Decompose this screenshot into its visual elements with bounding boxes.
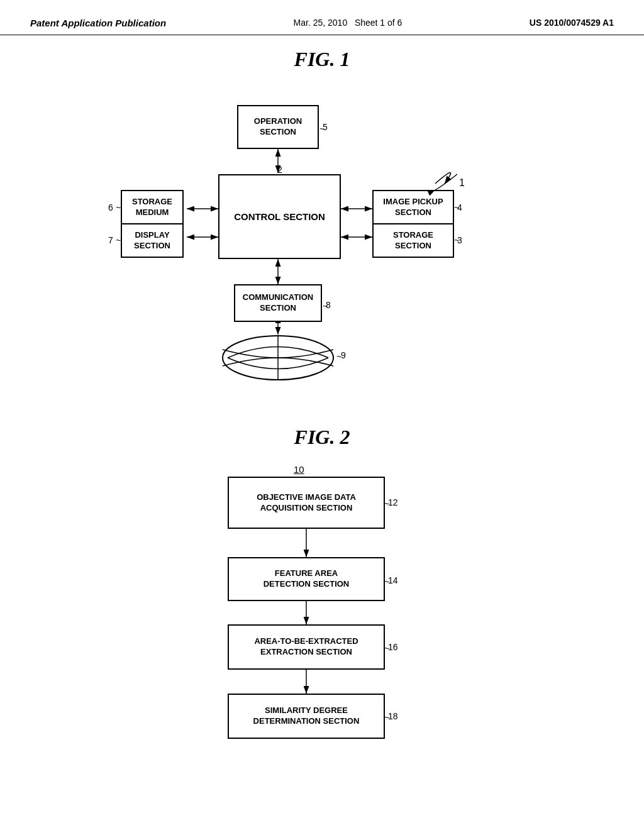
- header-patent-number: US 2010/0074529 A1: [530, 18, 614, 28]
- page-content: FIG. 1: [0, 35, 644, 804]
- display-section-box: DISPLAY SECTION: [121, 223, 184, 258]
- storage-section-box: STORAGE SECTION: [372, 223, 454, 258]
- control-section-box: CONTROL SECTION: [218, 174, 341, 259]
- page-header: Patent Application Publication Mar. 25, …: [0, 0, 644, 35]
- ref-6: 6: [108, 202, 113, 213]
- operation-section-box: OPERATION SECTION: [237, 105, 319, 149]
- ref-16: 16: [388, 642, 398, 652]
- ref-14: 14: [388, 575, 398, 585]
- similarity-box: SIMILARITY DEGREE DETERMINATION SECTION: [228, 694, 385, 739]
- ref-18: 18: [388, 711, 398, 721]
- ref-12: 12: [388, 497, 398, 507]
- fig2-title: FIG. 2: [38, 426, 606, 449]
- ref-7: 7: [108, 235, 113, 245]
- fig1-title: FIG. 1: [38, 48, 606, 71]
- header-date-sheet: Mar. 25, 2010 Sheet 1 of 6: [294, 18, 402, 28]
- storage-medium-box: STORAGE MEDIUM: [121, 190, 184, 224]
- objective-box: OBJECTIVE IMAGE DATA ACQUISITION SECTION: [228, 477, 385, 529]
- feature-box: FEATURE AREA DETECTION SECTION: [228, 557, 385, 601]
- area-box: AREA-TO-BE-EXTRACTED EXTRACTION SECTION: [228, 624, 385, 670]
- ref-10: 10: [294, 464, 304, 475]
- communication-section-box: COMMUNICATION SECTION: [234, 284, 322, 322]
- network-symbol: [221, 333, 335, 383]
- header-publication: Patent Application Publication: [30, 18, 166, 28]
- fig2-diagram: 10 OBJECTIVE IMAGE DATA ACQUISITION SECT…: [196, 464, 448, 791]
- ref-2: 2: [277, 165, 282, 175]
- fig1-diagram: OPERATION SECTION 5 ~ CONTROL SECTION 2 …: [83, 86, 561, 388]
